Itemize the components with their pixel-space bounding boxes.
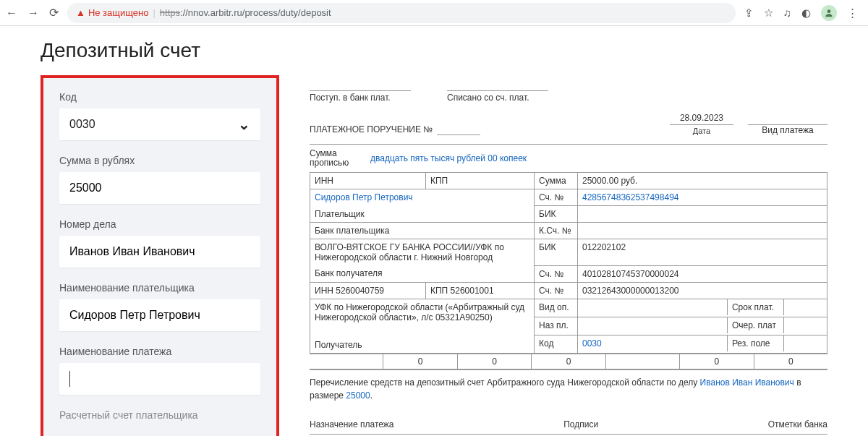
inn-label: ИНН	[310, 173, 426, 189]
text-cursor	[69, 371, 70, 387]
extension-icon[interactable]: ◐	[801, 7, 811, 20]
order-date: 28.09.2023	[670, 113, 733, 125]
recv-name: УФК по Нижегородской области («Арбитражн…	[310, 299, 535, 353]
recv-bank-acct: 40102810745370000024	[578, 265, 827, 282]
foot-marks: Отметки банка	[768, 419, 827, 429]
chevron-down-icon: ⌄	[238, 116, 250, 133]
sum-words-value: двадцать пять тысяч рублей 00 копеек	[370, 153, 527, 163]
doc-footer: Назначение платежа Подписи Отметки банка	[310, 415, 827, 435]
acct-label: Сч. №	[535, 189, 578, 206]
browser-nav: ← → ⟳	[6, 6, 59, 20]
naz-pl-label: Наз пл.	[535, 317, 578, 335]
foot-purpose: Назначение платежа	[310, 419, 394, 429]
amount-label: Сумма в рублях	[59, 155, 260, 166]
payer-acct: 42856748362537498494	[578, 189, 827, 206]
bank-in-label: Поступ. в банк плат.	[310, 93, 411, 103]
zeros-row: 0 0 0 0 0	[310, 354, 827, 369]
date-label: Дата	[670, 127, 733, 135]
bank-out-label: Списано со сч. плат.	[447, 93, 548, 103]
page-title: Депозитный счет	[41, 39, 827, 62]
reload-icon[interactable]: ⟳	[49, 6, 59, 20]
bookmark-icon[interactable]: ☆	[764, 7, 773, 20]
doc-code-val: 0030	[578, 335, 727, 351]
case-label: Номер дела	[59, 218, 260, 230]
url-text: https://nnov.arbitr.ru/process/duty/depo…	[160, 7, 331, 18]
payer-field[interactable]	[69, 309, 250, 322]
order-title: ПЛАТЕЖНОЕ ПОРУЧЕНИЕ №	[310, 124, 433, 134]
insecure-warning: ▲ Не защищено	[76, 7, 148, 18]
amount-input[interactable]	[59, 172, 260, 204]
menu-icon[interactable]: ⋮	[847, 7, 858, 20]
next-field-label: Расчетный счет плательщика	[59, 409, 198, 421]
payment-order-doc: Поступ. в банк плат. Списано со сч. плат…	[310, 75, 827, 435]
recv-bik-label: БИК	[535, 239, 578, 266]
foot-sign: Подписи	[563, 419, 598, 429]
payment-name-label: Наименование платежа	[59, 346, 260, 357]
code-select[interactable]: 0030 ⌄	[59, 108, 260, 140]
case-field[interactable]	[69, 245, 250, 258]
recv-acct2-label: Сч. №	[535, 282, 578, 299]
browser-actions: ⇪ ☆ ♫ ◐ ⋮	[744, 5, 862, 21]
kpp-label: КПП	[426, 173, 535, 189]
vid-op-label: Вид оп.	[535, 299, 578, 317]
case-input[interactable]	[59, 236, 260, 268]
payer-label: Наименование плательщика	[59, 282, 260, 294]
security-label: Не защищено	[88, 7, 149, 18]
payer-section-label: Плательщик	[310, 206, 535, 223]
share-icon[interactable]: ⇪	[744, 7, 754, 20]
warning-icon: ▲	[76, 7, 85, 18]
back-icon[interactable]: ←	[6, 7, 17, 20]
music-icon[interactable]: ♫	[783, 7, 791, 19]
sum-value: 25000.00 руб.	[578, 173, 827, 189]
recv-bik: 012202102	[578, 239, 827, 266]
kind-label: Вид платежа	[748, 125, 827, 135]
sum-words-label: Сумма прописью	[310, 149, 360, 168]
recv-bank-label: Банк получателя	[310, 265, 535, 282]
forward-icon[interactable]: →	[27, 7, 39, 20]
browser-toolbar: ← → ⟳ ▲ Не защищено | https://nnov.arbit…	[0, 0, 868, 26]
sum-label: Сумма	[535, 173, 578, 189]
payer-name: Сидоров Петр Петрович	[310, 189, 535, 206]
payer-bank-label: Банк плательщика	[310, 223, 535, 239]
code-value: 0030	[69, 118, 95, 131]
form-panel: Код 0030 ⌄ Сумма в рублях Номер дела Н	[41, 75, 279, 436]
purpose: Перечисление средств на депозитный счет …	[310, 369, 827, 405]
svg-point-0	[827, 9, 831, 13]
kacct-label: К.Сч. №	[535, 223, 578, 239]
payer-input[interactable]	[59, 299, 260, 331]
address-bar[interactable]: ▲ Не защищено | https://nnov.arbitr.ru/p…	[67, 3, 736, 23]
recv-acct2: 03212643000000013200	[578, 282, 827, 299]
recv-bank: ВОЛГО-ВЯТСКОЕ ГУ БАНКА РОССИИ//УФК по Ни…	[310, 239, 535, 266]
doc-table: ИНН КПП Сумма 25000.00 руб. Сидоров Петр…	[310, 173, 827, 354]
code-label: Код	[59, 91, 260, 103]
recv-inn: ИНН 5260040759	[310, 282, 426, 299]
doc-code-label: Код	[535, 335, 578, 353]
amount-field[interactable]	[69, 181, 250, 195]
avatar[interactable]	[821, 5, 837, 21]
recv-bank-acct-label: Сч. №	[535, 265, 578, 282]
recv-kpp: КПП 526001001	[426, 282, 535, 299]
bik-label: БИК	[535, 206, 578, 223]
payment-name-input[interactable]	[59, 363, 260, 395]
